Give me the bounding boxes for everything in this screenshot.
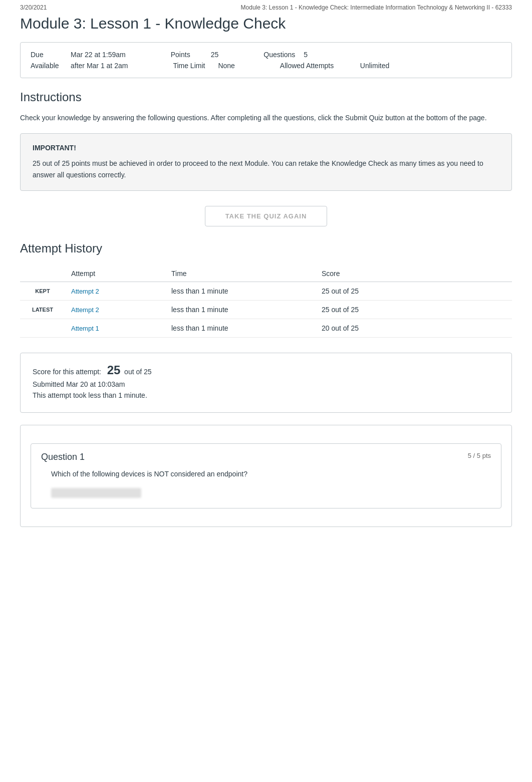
table-row: LATESTAttempt 2less than 1 minute25 out … <box>20 301 512 319</box>
attempt-badge: LATEST <box>20 301 65 319</box>
points-label: Points <box>171 51 211 59</box>
attempt-link-cell[interactable]: Attempt 1 <box>65 319 165 338</box>
score-label: Score for this attempt: <box>33 368 101 376</box>
time-limit-value: None <box>218 62 234 70</box>
attempt-link[interactable]: Attempt 1 <box>71 325 99 332</box>
allowed-attempts-label: Allowed Attempts <box>280 62 360 70</box>
table-row: KEPTAttempt 2less than 1 minute25 out of… <box>20 282 512 301</box>
attempt-score: 25 out of 25 <box>316 301 512 319</box>
col-header-time: Time <box>165 266 316 282</box>
attempt-history-title: Attempt History <box>20 241 512 255</box>
attempt-link[interactable]: Attempt 2 <box>71 288 99 295</box>
due-value: Mar 22 at 1:59am <box>71 51 126 59</box>
score-total: out of 25 <box>124 368 152 376</box>
due-label: Due <box>31 51 71 59</box>
score-number: 25 <box>107 363 121 377</box>
important-title: IMPORTANT! <box>33 144 499 152</box>
allowed-attempts-value: Unlimited <box>360 62 389 70</box>
table-row: Attempt 1less than 1 minute20 out of 25 <box>20 319 512 338</box>
attempt-time: less than 1 minute <box>165 301 316 319</box>
answer-blurred <box>51 488 141 498</box>
instructions-text: Check your knowledge by answering the fo… <box>20 112 512 123</box>
page-title: Module 3: Lesson 1 - Knowledge Check <box>20 15 512 32</box>
breadcrumb: Module 3: Lesson 1 - Knowledge Check: In… <box>241 4 512 11</box>
time-limit-label: Time Limit <box>173 62 218 70</box>
available-value: after Mar 1 at 2am <box>71 62 128 70</box>
quiz-info-box: Due Mar 22 at 1:59am Points 25 Questions… <box>20 42 512 78</box>
attempt-history-table: Attempt Time Score KEPTAttempt 2less tha… <box>20 266 512 338</box>
quiz-button-container: TAKE THE QUIZ AGAIN <box>20 206 512 226</box>
col-header-attempt: Attempt <box>65 266 165 282</box>
questions-value: 5 <box>304 51 308 59</box>
date-label: 3/20/2021 <box>20 4 47 11</box>
col-header-badge <box>20 266 65 282</box>
questions-label: Questions <box>263 51 304 59</box>
attempt-badge <box>20 319 65 338</box>
attempt-score: 20 out of 25 <box>316 319 512 338</box>
question-1-container: Question 1 5 / 5 pts Which of the follow… <box>31 443 501 508</box>
time-text: This attempt took less than 1 minute. <box>33 391 499 399</box>
question-1-title: Question 1 <box>41 452 85 462</box>
attempt-time: less than 1 minute <box>165 282 316 301</box>
attempt-link[interactable]: Attempt 2 <box>71 306 99 314</box>
important-text: 25 out of 25 points must be achieved in … <box>33 158 499 180</box>
submitted-text: Submitted Mar 20 at 10:03am <box>33 380 499 388</box>
question-1-points: 5 / 5 pts <box>468 452 491 459</box>
attempt-score: 25 out of 25 <box>316 282 512 301</box>
points-value: 25 <box>211 51 219 59</box>
available-label: Available <box>31 62 71 70</box>
question-outer-wrapper: Question 1 5 / 5 pts Which of the follow… <box>20 425 512 527</box>
important-box: IMPORTANT! 25 out of 25 points must be a… <box>20 133 512 191</box>
attempt-badge: KEPT <box>20 282 65 301</box>
col-header-score: Score <box>316 266 512 282</box>
take-quiz-button[interactable]: TAKE THE QUIZ AGAIN <box>205 206 328 226</box>
score-section: Score for this attempt: 25 out of 25 Sub… <box>20 353 512 413</box>
attempt-link-cell[interactable]: Attempt 2 <box>65 301 165 319</box>
instructions-title: Instructions <box>20 90 512 104</box>
attempt-time: less than 1 minute <box>165 319 316 338</box>
attempt-link-cell[interactable]: Attempt 2 <box>65 282 165 301</box>
question-1-text: Which of the following devices is NOT co… <box>51 468 491 479</box>
